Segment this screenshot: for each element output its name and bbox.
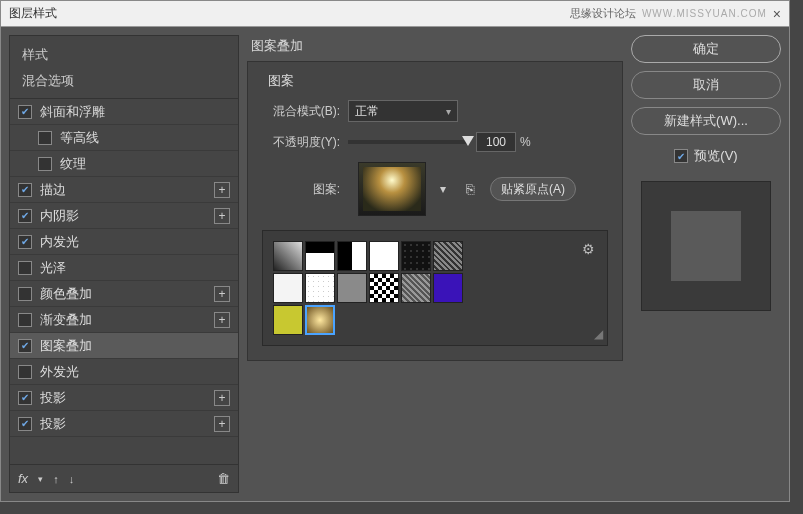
style-label: 描边 <box>40 181 214 199</box>
style-item[interactable]: 颜色叠加+ <box>10 281 238 307</box>
arrow-down-icon[interactable]: ↓ <box>69 473 75 485</box>
blend-mode-select[interactable]: 正常 ▾ <box>348 100 458 122</box>
snap-origin-button[interactable]: 贴紧原点(A) <box>490 177 576 201</box>
forum-name: 思缘设计论坛 <box>570 6 636 21</box>
opacity-slider[interactable] <box>348 140 468 144</box>
resize-handle-icon[interactable]: ◢ <box>594 327 603 341</box>
settings-panel: 图案叠加 图案 混合模式(B): 正常 ▾ 不透明度(Y): % <box>247 35 623 493</box>
style-checkbox[interactable] <box>18 235 32 249</box>
ok-button[interactable]: 确定 <box>631 35 781 63</box>
panel-heading: 图案叠加 <box>247 35 623 61</box>
cancel-button[interactable]: 取消 <box>631 71 781 99</box>
style-label: 投影 <box>40 415 214 433</box>
fx-icon[interactable]: fx <box>18 471 28 486</box>
style-item[interactable]: 斜面和浮雕 <box>10 99 238 125</box>
style-checkbox[interactable] <box>18 105 32 119</box>
sidebar-header: 样式 <box>10 36 238 68</box>
pattern-swatch[interactable] <box>273 241 303 271</box>
preview-box <box>641 181 771 311</box>
style-checkbox[interactable] <box>18 183 32 197</box>
pattern-swatch[interactable] <box>433 273 463 303</box>
style-checkbox[interactable] <box>18 417 32 431</box>
add-effect-icon[interactable]: + <box>214 416 230 432</box>
pattern-label: 图案: <box>262 181 340 198</box>
new-style-button[interactable]: 新建样式(W)... <box>631 107 781 135</box>
blend-mode-value: 正常 <box>355 103 379 120</box>
new-preset-icon[interactable]: ⎘ <box>460 179 480 199</box>
preview-swatch <box>671 211 741 281</box>
pattern-swatch[interactable] <box>433 241 463 271</box>
style-checkbox[interactable] <box>18 287 32 301</box>
pattern-thumbnail[interactable] <box>358 162 426 216</box>
add-effect-icon[interactable]: + <box>214 286 230 302</box>
style-item[interactable]: 等高线 <box>10 125 238 151</box>
style-label: 等高线 <box>60 129 230 147</box>
style-checkbox[interactable] <box>18 365 32 379</box>
style-item[interactable]: 描边+ <box>10 177 238 203</box>
pattern-swatch[interactable] <box>305 273 335 303</box>
style-label: 图案叠加 <box>40 337 230 355</box>
style-item[interactable]: 内阴影+ <box>10 203 238 229</box>
trash-icon[interactable]: 🗑 <box>217 471 230 486</box>
pattern-swatch[interactable] <box>369 241 399 271</box>
gear-icon[interactable]: ⚙ <box>582 241 595 257</box>
arrow-up-icon[interactable]: ↑ <box>53 473 59 485</box>
opacity-label: 不透明度(Y): <box>262 134 340 151</box>
add-effect-icon[interactable]: + <box>214 312 230 328</box>
pattern-swatch[interactable] <box>273 273 303 303</box>
sidebar-footer: fx ▾ ↑ ↓ 🗑 <box>10 464 238 492</box>
style-checkbox[interactable] <box>18 391 32 405</box>
style-checkbox[interactable] <box>18 313 32 327</box>
titlebar: 图层样式 思缘设计论坛 WWW.MISSYUAN.COM × <box>1 1 789 27</box>
pattern-swatch[interactable] <box>369 273 399 303</box>
style-item[interactable]: 投影+ <box>10 385 238 411</box>
preview-checkbox[interactable] <box>674 149 688 163</box>
style-label: 斜面和浮雕 <box>40 103 230 121</box>
style-item[interactable]: 内发光 <box>10 229 238 255</box>
add-effect-icon[interactable]: + <box>214 208 230 224</box>
style-item[interactable]: 图案叠加 <box>10 333 238 359</box>
style-label: 光泽 <box>40 259 230 277</box>
style-label: 投影 <box>40 389 214 407</box>
pattern-swatch[interactable] <box>337 273 367 303</box>
pattern-swatch[interactable] <box>401 273 431 303</box>
style-item[interactable]: 纹理 <box>10 151 238 177</box>
pattern-dropdown-icon[interactable]: ▾ <box>436 182 450 196</box>
pattern-swatch[interactable] <box>273 305 303 335</box>
style-item[interactable]: 光泽 <box>10 255 238 281</box>
preview-label: 预览(V) <box>694 147 737 165</box>
close-icon[interactable]: × <box>773 6 781 22</box>
style-label: 渐变叠加 <box>40 311 214 329</box>
style-checkbox[interactable] <box>18 339 32 353</box>
style-checkbox[interactable] <box>18 209 32 223</box>
blending-options[interactable]: 混合选项 <box>10 68 238 99</box>
add-effect-icon[interactable]: + <box>214 182 230 198</box>
style-checkbox[interactable] <box>38 157 52 171</box>
chevron-down-icon[interactable]: ▾ <box>38 474 43 484</box>
style-item[interactable]: 外发光 <box>10 359 238 385</box>
style-checkbox[interactable] <box>38 131 52 145</box>
pattern-swatch[interactable] <box>401 241 431 271</box>
pattern-swatch[interactable] <box>305 241 335 271</box>
pattern-picker: ⚙ ◢ <box>262 230 608 346</box>
chevron-down-icon: ▾ <box>446 106 451 117</box>
style-label: 内阴影 <box>40 207 214 225</box>
style-label: 内发光 <box>40 233 230 251</box>
style-checkbox[interactable] <box>18 261 32 275</box>
style-label: 外发光 <box>40 363 230 381</box>
style-list: 斜面和浮雕等高线纹理描边+内阴影+内发光光泽颜色叠加+渐变叠加+图案叠加外发光投… <box>10 99 238 464</box>
forum-url: WWW.MISSYUAN.COM <box>642 8 767 19</box>
swatch-grid <box>273 241 473 335</box>
style-item[interactable]: 渐变叠加+ <box>10 307 238 333</box>
style-label: 颜色叠加 <box>40 285 214 303</box>
styles-sidebar: 样式 混合选项 斜面和浮雕等高线纹理描边+内阴影+内发光光泽颜色叠加+渐变叠加+… <box>9 35 239 493</box>
opacity-input[interactable] <box>476 132 516 152</box>
pattern-swatch[interactable] <box>337 241 367 271</box>
dialog-title: 图层样式 <box>9 5 57 22</box>
action-buttons: 确定 取消 新建样式(W)... 预览(V) <box>631 35 781 493</box>
blend-mode-label: 混合模式(B): <box>262 103 340 120</box>
pattern-swatch[interactable] <box>305 305 335 335</box>
add-effect-icon[interactable]: + <box>214 390 230 406</box>
opacity-unit: % <box>520 135 531 149</box>
style-item[interactable]: 投影+ <box>10 411 238 437</box>
